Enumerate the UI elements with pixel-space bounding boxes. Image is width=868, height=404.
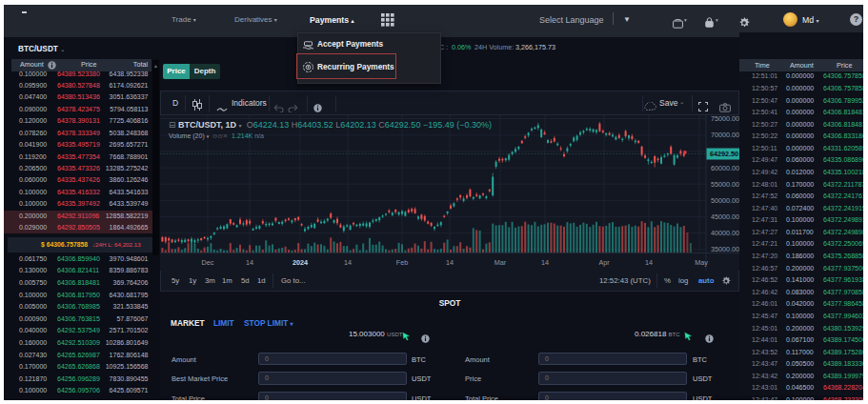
svg-text:May: May bbox=[695, 258, 708, 267]
svg-text:64292.50: 64292.50 bbox=[710, 150, 738, 158]
svg-text:35000.00: 35000.00 bbox=[711, 245, 739, 253]
svg-text:Feb: Feb bbox=[396, 258, 408, 267]
svg-text:Mar: Mar bbox=[495, 258, 507, 267]
svg-text:75000.00: 75000.00 bbox=[711, 114, 739, 123]
svg-text:50000.00: 50000.00 bbox=[711, 196, 739, 205]
svg-text:Dec: Dec bbox=[202, 258, 214, 267]
svg-text:45000.00: 45000.00 bbox=[711, 212, 739, 221]
svg-text:40000.00: 40000.00 bbox=[711, 229, 739, 237]
svg-text:60000.00: 60000.00 bbox=[711, 164, 739, 172]
svg-text:14: 14 bbox=[645, 258, 653, 267]
svg-text:14: 14 bbox=[446, 258, 454, 267]
svg-text:55000.00: 55000.00 bbox=[711, 180, 739, 189]
svg-text:14: 14 bbox=[246, 258, 253, 267]
svg-text:14: 14 bbox=[344, 258, 352, 267]
svg-text:2024: 2024 bbox=[293, 258, 308, 267]
svg-text:14: 14 bbox=[541, 258, 549, 267]
svg-text:Apr: Apr bbox=[598, 258, 610, 267]
svg-text:70000.00: 70000.00 bbox=[711, 131, 739, 139]
